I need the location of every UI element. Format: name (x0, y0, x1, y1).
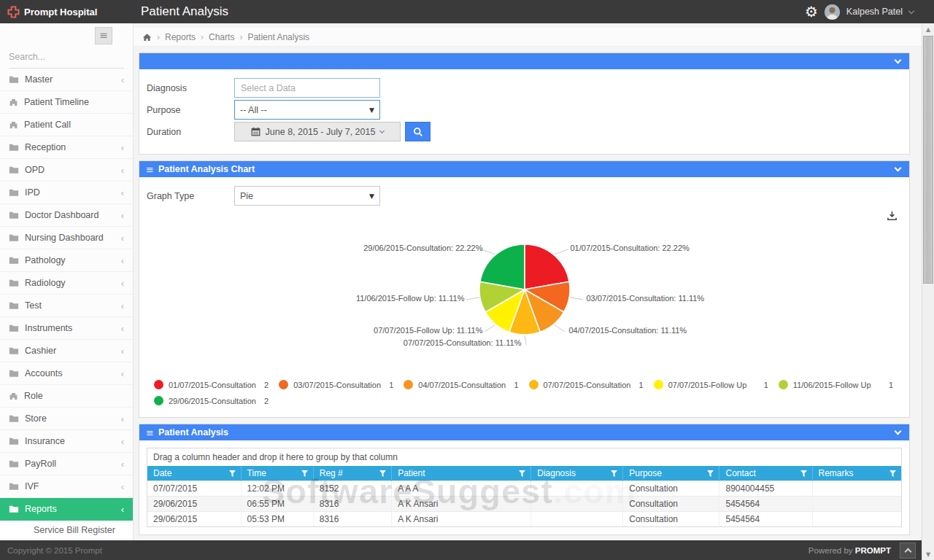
pie-callout-top-left: 29/06/2015-Consultation: 22.22% (363, 244, 482, 252)
cell-purpose: Consultation (623, 512, 719, 527)
filter-icon[interactable] (301, 470, 308, 477)
scrollbar-thumb[interactable] (923, 36, 933, 284)
topbar: Prompt Hospital Patient Analysis ⚙ Kalpe… (0, 0, 934, 23)
sidebar-item-doctor-dashboard[interactable]: Doctor Dashboard‹ (0, 204, 133, 227)
diagnosis-input[interactable] (234, 78, 380, 98)
scrollbar-down-arrow[interactable]: ▼ (922, 548, 934, 560)
legend-swatch (529, 380, 539, 389)
panel-menu-icon: ≡ (146, 427, 154, 438)
pie-callout-bottom-left: 07/07/2015-Follow Up: 11.11% (374, 326, 482, 335)
sidebar-item-patient-call[interactable]: Patient Call (0, 114, 133, 136)
scroll-to-top-button[interactable] (900, 542, 916, 559)
sidebar-collapse-button[interactable]: ≡ (95, 27, 112, 44)
filter-icon[interactable] (707, 470, 714, 477)
chart-panel-header: ≡ Patient Analysis Chart (139, 161, 909, 177)
sidebar-item-instruments[interactable]: Instruments‹ (0, 317, 133, 340)
column-header-purpose[interactable]: Purpose (623, 466, 719, 481)
legend-item[interactable]: 29/06/2015-Consultation2 (154, 396, 270, 405)
filter-panel-body: Diagnosis Purpose -- All -- ▼ Duration J… (139, 69, 909, 154)
sidebar-item-accounts[interactable]: Accounts‹ (0, 362, 133, 385)
sidebar-item-cashier[interactable]: Cashier‹ (0, 340, 133, 362)
legend-item[interactable]: 07/07/2015-Consultation1 (529, 380, 645, 389)
sidebar-item-label: Nursing Dashboard (25, 233, 104, 243)
filter-icon[interactable] (611, 470, 617, 477)
vertical-scrollbar[interactable]: ▲ ▼ (922, 23, 934, 560)
user-menu[interactable]: Kalpesh Patel (846, 7, 903, 17)
filter-icon[interactable] (229, 470, 236, 477)
calendar-icon (251, 127, 260, 136)
sidebar-item-role[interactable]: Role (0, 385, 133, 408)
sidebar-subitem-service-bill-register[interactable]: Service Bill Register (0, 521, 133, 540)
column-header-patient[interactable]: Patient (392, 466, 531, 481)
folder-icon (9, 188, 19, 197)
legend-label: 01/07/2015-Consultation (169, 381, 256, 389)
legend-item[interactable]: 03/07/2015-Consultation1 (279, 380, 395, 389)
gear-icon[interactable]: ⚙ (805, 4, 818, 19)
sidebar-item-reports[interactable]: Reports‹ (0, 498, 133, 521)
filter-search-button[interactable] (405, 122, 431, 141)
legend-item[interactable]: 11/06/2015-Follow Up1 (779, 380, 895, 389)
legend-label: 03/07/2015-Consultation (293, 381, 381, 389)
collapse-chevron-icon[interactable] (895, 165, 902, 172)
page-title: Patient Analysis (141, 4, 228, 19)
sidebar-item-master[interactable]: Master‹ (0, 69, 133, 91)
column-header-contact[interactable]: Contact (719, 466, 812, 481)
column-header-diagnosis[interactable]: Diagnosis (531, 466, 623, 481)
filter-icon[interactable] (889, 470, 896, 477)
column-header-remarks[interactable]: Remarks (812, 466, 901, 481)
folder-icon (9, 233, 19, 242)
chevron-left-icon: ‹ (121, 143, 124, 152)
sidebar-item-ipd[interactable]: IPD‹ (0, 182, 133, 204)
home-icon[interactable] (142, 33, 152, 42)
sidebar-item-nursing-dashboard[interactable]: Nursing Dashboard‹ (0, 227, 133, 249)
sidebar-item-label: Role (24, 391, 43, 401)
brand[interactable]: Prompt Hospital (0, 6, 134, 18)
cell-reg: 8316 (313, 497, 391, 512)
table-row[interactable]: 07/07/2015 12:02 PM 8152 A A A Consultat… (147, 481, 901, 497)
filter-icon[interactable] (379, 470, 386, 477)
avatar[interactable] (825, 4, 840, 20)
column-header-reg[interactable]: Reg # (313, 466, 391, 481)
sidebar-item-reception[interactable]: Reception‹ (0, 136, 133, 159)
filter-panel: Diagnosis Purpose -- All -- ▼ Duration J… (139, 52, 910, 155)
legend-item[interactable]: 07/07/2015-Follow Up1 (654, 380, 770, 389)
filter-icon[interactable] (519, 470, 525, 477)
search-input[interactable] (9, 52, 126, 62)
purpose-select[interactable]: -- All -- ▼ (234, 100, 380, 120)
legend-item[interactable]: 04/07/2015-Consultation1 (404, 380, 520, 389)
chevron-left-icon: ‹ (121, 188, 124, 198)
legend-label: 29/06/2015-Consultation (169, 397, 256, 405)
sidebar-item-patient-timeline[interactable]: Patient Timeline (0, 91, 133, 114)
table-row[interactable]: 29/06/2015 06:55 PM 8316 A K Ansari Cons… (147, 497, 901, 512)
breadcrumb-charts[interactable]: Charts (209, 32, 234, 42)
sidebar-item-opd[interactable]: OPD‹ (0, 159, 133, 182)
table-row[interactable]: 29/06/2015 05:53 PM 8316 A K Ansari Cons… (147, 512, 901, 527)
sidebar-item-payroll[interactable]: PayRoll‹ (0, 453, 133, 475)
duration-daterange-button[interactable]: June 8, 2015 - July 7, 2015 (234, 122, 401, 141)
legend-item[interactable]: 01/07/2015-Consultation2 (154, 380, 270, 389)
legend-count: 2 (264, 397, 270, 405)
breadcrumb-reports[interactable]: Reports (165, 32, 196, 42)
sidebar-item-pathology[interactable]: Pathology‹ (0, 249, 133, 272)
sidebar-item-ivf[interactable]: IVF‹ (0, 475, 133, 498)
filter-icon[interactable] (800, 470, 807, 477)
column-header-date[interactable]: Date (147, 466, 241, 481)
group-drop-zone[interactable]: Drag a column header and drop it here to… (147, 448, 901, 466)
collapse-chevron-icon[interactable] (895, 57, 902, 64)
sidebar-item-label: OPD (25, 165, 45, 175)
scrollbar-up-arrow[interactable]: ▲ (922, 23, 934, 35)
sidebar-item-label: Reception (25, 142, 66, 152)
sidebar-item-radiology[interactable]: Radiology‹ (0, 272, 133, 295)
sidebar-item-test[interactable]: Test‹ (0, 295, 133, 317)
chevron-down-icon[interactable] (908, 7, 914, 13)
graph-type-select[interactable]: Pie ▼ (234, 186, 380, 206)
collapse-chevron-icon[interactable] (895, 428, 902, 435)
sidebar-item-insurance[interactable]: Insurance‹ (0, 430, 133, 453)
chevron-left-icon: ‹ (121, 256, 124, 265)
column-header-time[interactable]: Time (241, 466, 313, 481)
chart-download-button[interactable] (887, 211, 898, 224)
sidebar-item-store[interactable]: Store‹ (0, 408, 133, 430)
sidebar-item-label: Instruments (25, 323, 72, 333)
chevron-left-icon: ‹ (121, 414, 124, 424)
legend-count: 1 (514, 381, 520, 389)
